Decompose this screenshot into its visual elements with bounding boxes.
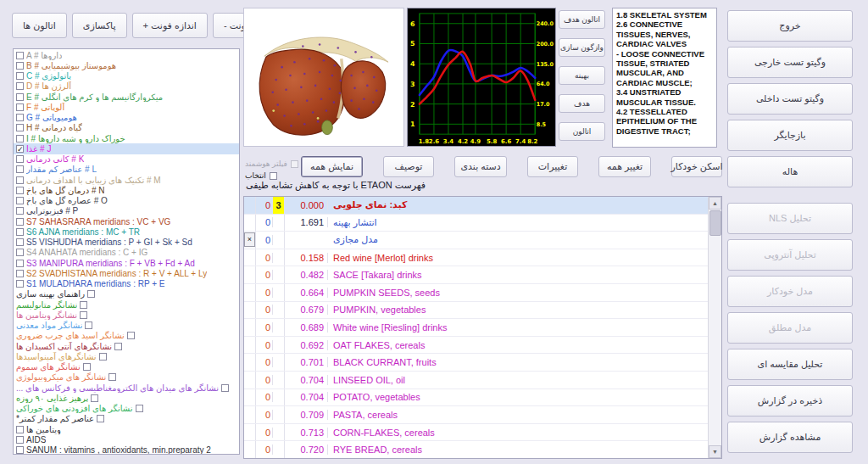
- scroll-thumb[interactable]: [709, 210, 721, 236]
- item-checkbox[interactable]: [16, 446, 24, 454]
- item-checkbox[interactable]: [83, 363, 91, 371]
- catalog-item[interactable]: S1 MULADHARA meridians : RP + E: [14, 279, 239, 289]
- item-checkbox[interactable]: [80, 311, 87, 319]
- table-row[interactable]: 030.000کبد: نمای جلویی: [244, 197, 709, 215]
- etalon-button-0[interactable]: اتالون هدف: [559, 10, 605, 29]
- table-row[interactable]: 00.482SACE [Takara] drinks: [244, 266, 709, 284]
- item-checkbox[interactable]: ✓: [16, 145, 24, 153]
- item-checkbox[interactable]: [16, 52, 24, 59]
- catalog-item[interactable]: AIDS: [14, 434, 239, 444]
- catalog-item[interactable]: H # گیاه درمانی: [14, 123, 239, 133]
- sidebar-button-1[interactable]: وگیتو تست خارجی: [727, 47, 853, 78]
- catalog-item[interactable]: S6 AJNA meridians : MC + TR: [14, 226, 239, 237]
- item-checkbox[interactable]: [16, 280, 24, 288]
- table-row[interactable]: 00.704LINSEED OIL, oil: [244, 372, 709, 389]
- sidebar-button-6[interactable]: تحلیل آنتروپی: [727, 239, 853, 271]
- catalog-item[interactable]: نشانگرهای آنتی اکسیدان ها: [14, 341, 239, 351]
- select-checkbox[interactable]: [270, 172, 277, 180]
- catalog-item[interactable]: عصاره گل های باخ # O: [14, 196, 239, 206]
- catalog-item[interactable]: C # پاتولوژی: [14, 71, 239, 81]
- action-button-2[interactable]: دسته بندی: [454, 156, 507, 177]
- item-checkbox[interactable]: [16, 103, 24, 111]
- item-checkbox[interactable]: [16, 114, 24, 121]
- table-row[interactable]: 00.704POTATO, vegetables: [244, 389, 709, 407]
- table-row[interactable]: 00.158Red wine [Merlot] drinks: [244, 249, 709, 267]
- catalog-item[interactable]: ویتامین ها: [14, 424, 239, 434]
- etalon-catalog-list[interactable]: A # داروهاB # هوموستاز بیوشیمیاییC # پات…: [13, 48, 240, 455]
- item-checkbox[interactable]: [114, 343, 122, 350]
- item-checkbox[interactable]: [16, 187, 24, 194]
- catalog-item[interactable]: S5 VISHUDHA meridians : P + GI + Sk + Sd: [14, 238, 239, 248]
- item-checkbox[interactable]: [136, 405, 143, 412]
- item-checkbox[interactable]: [16, 260, 24, 267]
- catalog-item[interactable]: نشانگر های میدان های الکترومغناطیسی و فر…: [14, 383, 239, 393]
- item-checkbox[interactable]: [16, 72, 24, 80]
- item-checkbox[interactable]: [16, 228, 24, 236]
- item-checkbox[interactable]: [80, 301, 87, 309]
- item-checkbox[interactable]: [16, 249, 24, 256]
- catalog-item[interactable]: *عناصر کم مقدار کمتر: [14, 414, 239, 424]
- catalog-item[interactable]: نشانگرهای آمینواسیدها: [14, 351, 239, 361]
- item-checkbox[interactable]: [16, 218, 24, 226]
- action-button-0[interactable]: نمایش همه: [301, 156, 363, 177]
- table-row[interactable]: 00.709PASTA, cereals: [244, 406, 709, 424]
- table-scrollbar[interactable]: ▲ ▼: [708, 197, 721, 458]
- catalog-item[interactable]: B # هوموستاز بیوشیمیایی: [14, 60, 239, 70]
- table-row[interactable]: 00.692OAT FLAKES, cereals: [244, 337, 709, 355]
- action-button-5[interactable]: اسکن خودکار: [671, 156, 722, 177]
- table-row[interactable]: 00.701BLACK CURRANT, fruits: [244, 354, 709, 372]
- catalog-item[interactable]: نشانگر متابولیسم: [14, 299, 239, 310]
- item-checkbox[interactable]: [16, 426, 24, 433]
- item-checkbox[interactable]: [16, 165, 24, 173]
- etalon-results-table[interactable]: 030.000کبد: نمای جلویی01.691انتشار بهینه…: [243, 196, 722, 459]
- etalon-button-3[interactable]: هدف: [559, 94, 605, 113]
- catalog-item[interactable]: S4 ANAHATA meridians : C + IG: [14, 248, 239, 258]
- catalog-item[interactable]: نشانگر اسید های چرب ضروری: [14, 331, 239, 341]
- catalog-item[interactable]: F # آلوپاتی: [14, 102, 239, 112]
- sidebar-button-3[interactable]: بازجایگر: [727, 120, 853, 151]
- catalog-item[interactable]: عناصر کم مقدار # L: [14, 165, 239, 175]
- catalog-item[interactable]: I # خوراک دارو و شبه داروها: [14, 133, 239, 143]
- item-checkbox[interactable]: [87, 290, 95, 298]
- item-checkbox[interactable]: [97, 415, 104, 422]
- catalog-item[interactable]: کانی درمانی # K: [14, 154, 239, 165]
- table-row[interactable]: 01.691انتشار بهینه: [244, 215, 709, 232]
- item-checkbox[interactable]: [16, 238, 24, 246]
- sidebar-button-7[interactable]: مدل خودکار: [727, 276, 853, 307]
- table-row[interactable]: 00.713CORN-FLAKES, cereals: [244, 424, 709, 442]
- etalon-button-2[interactable]: بهینه: [559, 66, 605, 85]
- table-row[interactable]: ×0مدل مجازی: [244, 232, 709, 249]
- item-checkbox[interactable]: [16, 62, 24, 70]
- catalog-item[interactable]: G # هومیوپاتی: [14, 113, 239, 123]
- item-checkbox[interactable]: [16, 176, 24, 184]
- item-checkbox[interactable]: [16, 207, 24, 215]
- action-button-4[interactable]: تغییر همه: [598, 156, 651, 177]
- sidebar-button-8[interactable]: مدل مطلق: [727, 312, 853, 344]
- item-checkbox[interactable]: [16, 93, 24, 101]
- catalog-item[interactable]: نشانگر های میکروبیولوژی: [14, 372, 239, 383]
- sidebar-button-2[interactable]: وگیتو تست داخلی: [727, 83, 853, 115]
- item-checkbox[interactable]: [16, 124, 24, 131]
- item-checkbox[interactable]: [16, 197, 24, 204]
- catalog-item[interactable]: SANUM : vitamins , antioxidants, min.pre…: [14, 445, 239, 456]
- item-checkbox[interactable]: [16, 436, 24, 444]
- smart-filter-checkbox[interactable]: [291, 160, 298, 168]
- scroll-down-arrow[interactable]: ▼: [709, 445, 721, 458]
- item-checkbox[interactable]: [16, 155, 24, 163]
- table-row[interactable]: 00.664PUMPKIN SEEDS, seeds: [244, 284, 709, 302]
- top-toolbar-button-1[interactable]: پاکسازی: [72, 13, 127, 38]
- catalog-item[interactable]: نشانگر های افزودنی های خوراکی: [14, 404, 239, 414]
- etalon-button-4[interactable]: اتالون: [559, 122, 605, 141]
- item-checkbox[interactable]: [91, 394, 98, 402]
- sidebar-button-9[interactable]: تحلیل مقایسه ای: [727, 349, 853, 380]
- sidebar-button-4[interactable]: هاله: [727, 156, 853, 187]
- catalog-item[interactable]: راهنمای بهینه سازی: [14, 289, 239, 299]
- sidebar-button-10[interactable]: ذخیره در گزارش: [727, 385, 853, 416]
- catalog-item[interactable]: درمان گل های باخ # N: [14, 185, 239, 195]
- tissue-description-box[interactable]: 1.8 SKELETAL SYSTEM 2.6 CONNECTIVE TISSU…: [612, 8, 717, 148]
- table-row[interactable]: 00.689White wine [Riesling] drinks: [244, 319, 709, 337]
- catalog-item[interactable]: ✓غذا # J: [14, 143, 239, 154]
- item-checkbox[interactable]: [85, 321, 92, 329]
- action-button-1[interactable]: توصیف: [383, 156, 434, 177]
- etalon-button-1[interactable]: وازگون سازی: [559, 38, 605, 57]
